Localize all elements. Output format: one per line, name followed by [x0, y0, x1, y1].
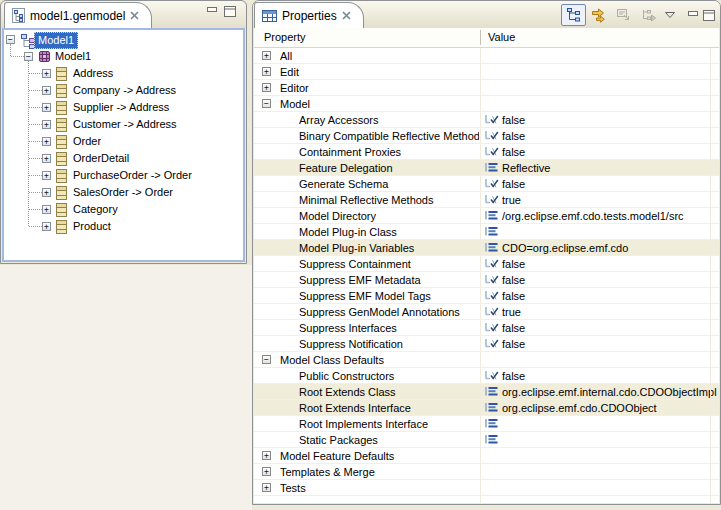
- expand-toggle-icon[interactable]: +: [42, 137, 51, 146]
- expand-toggle-icon[interactable]: +: [262, 67, 271, 76]
- property-row[interactable]: Model Plug-in Class: [254, 224, 719, 240]
- category-row[interactable]: −Model Class Defaults: [254, 352, 719, 368]
- category-row[interactable]: +All: [254, 48, 719, 64]
- property-row[interactable]: Minimal Reflective Methodstrue: [254, 192, 719, 208]
- property-row[interactable]: Suppress GenModel Annotationstrue: [254, 304, 719, 320]
- expand-toggle-icon[interactable]: +: [42, 120, 51, 129]
- property-name: Binary Compatible Reflective Methods: [299, 129, 479, 143]
- tree-connector-line: [29, 209, 42, 210]
- property-row[interactable]: Suppress Containmentfalse: [254, 256, 719, 272]
- category-row[interactable]: +Model Feature Defaults: [254, 448, 719, 464]
- category-row[interactable]: +Tests: [254, 480, 719, 496]
- editor-tab-title: model1.genmodel: [30, 9, 125, 23]
- tree-row-orderdetail[interactable]: +OrderDetail: [4, 150, 243, 167]
- property-row[interactable]: Suppress Interfacesfalse: [254, 320, 719, 336]
- property-name: Public Constructors: [299, 369, 479, 383]
- properties-tab-close-icon[interactable]: [342, 11, 351, 20]
- editor-tab-model1-genmodel[interactable]: model1.genmodel: [4, 2, 152, 28]
- property-row[interactable]: Root Implements Interface: [254, 416, 719, 432]
- collapse-toggle-icon[interactable]: −: [24, 52, 33, 61]
- tree-row-category[interactable]: +Category: [4, 201, 243, 218]
- property-row[interactable]: Root Extends Interfaceorg.eclipse.emf.cd…: [254, 400, 719, 416]
- properties-tabbar: Properties: [253, 1, 720, 28]
- show-advanced-properties-button[interactable]: [586, 4, 611, 26]
- expand-toggle-icon[interactable]: +: [262, 483, 271, 492]
- tree-row-product[interactable]: +Product: [4, 218, 243, 235]
- property-value: /org.eclipse.emf.cdo.tests.model1/src: [502, 209, 684, 223]
- property-row[interactable]: Feature DelegationReflective: [254, 160, 719, 176]
- text-property-icon: [484, 162, 499, 173]
- tree-row-model1[interactable]: −Model1: [4, 48, 243, 65]
- text-property-icon: [484, 402, 499, 413]
- expand-toggle-icon[interactable]: +: [42, 86, 51, 95]
- editor-maximize-button[interactable]: [224, 6, 236, 17]
- property-row[interactable]: Binary Compatible Reflective Methodsfals…: [254, 128, 719, 144]
- property-name: Root Implements Interface: [299, 417, 479, 431]
- boolean-property-icon: [484, 290, 499, 301]
- column-header-property[interactable]: Property: [264, 31, 306, 43]
- collapse-toggle-icon[interactable]: −: [262, 99, 271, 108]
- category-label: Templates & Merge: [280, 465, 375, 479]
- expand-toggle-icon[interactable]: +: [262, 51, 271, 60]
- property-value: false: [502, 369, 525, 383]
- expand-toggle-icon[interactable]: +: [42, 154, 51, 163]
- minimize-button[interactable]: [685, 4, 701, 26]
- expand-toggle-icon[interactable]: +: [262, 451, 271, 460]
- tree-connector-line: [29, 226, 42, 227]
- properties-tab[interactable]: Properties: [254, 2, 364, 28]
- expand-toggle-icon[interactable]: +: [42, 171, 51, 180]
- property-row[interactable]: Suppress EMF Metadatafalse: [254, 272, 719, 288]
- view-menu-button[interactable]: [661, 4, 679, 26]
- property-row[interactable]: Public Constructorsfalse: [254, 368, 719, 384]
- tree-row-company-address[interactable]: +Company -> Address: [4, 82, 243, 99]
- collapse-toggle-icon[interactable]: −: [6, 35, 15, 44]
- expand-toggle-icon[interactable]: +: [42, 103, 51, 112]
- tree-row-customer-address[interactable]: +Customer -> Address: [4, 116, 243, 133]
- category-row[interactable]: +Edit: [254, 64, 719, 80]
- genclass-icon: [56, 84, 67, 98]
- editor-minimize-button[interactable]: [207, 6, 218, 17]
- expand-toggle-icon[interactable]: +: [42, 188, 51, 197]
- expand-toggle-icon[interactable]: +: [42, 205, 51, 214]
- tree-row-purchaseorder-order[interactable]: +PurchaseOrder -> Order: [4, 167, 243, 184]
- property-row[interactable]: Suppress EMF Model Tagsfalse: [254, 288, 719, 304]
- expand-toggle-icon[interactable]: +: [42, 69, 51, 78]
- property-row[interactable]: Generate Schemafalse: [254, 176, 719, 192]
- tree-row-supplier-address[interactable]: +Supplier -> Address: [4, 99, 243, 116]
- pin-to-selection-button[interactable]: [636, 4, 661, 26]
- tree-row-model1[interactable]: −Model1: [4, 31, 243, 48]
- tree-row-salesorder-order[interactable]: +SalesOrder -> Order: [4, 184, 243, 201]
- property-row[interactable]: Array Accessorsfalse: [254, 112, 719, 128]
- column-resize-handle[interactable]: [480, 30, 481, 45]
- category-row[interactable]: +Editor: [254, 80, 719, 96]
- properties-toolbar: [561, 3, 717, 27]
- maximize-button[interactable]: [701, 4, 717, 26]
- restore-default-value-button[interactable]: [611, 4, 636, 26]
- collapse-toggle-icon[interactable]: −: [262, 355, 271, 364]
- show-categories-button[interactable]: [561, 4, 586, 26]
- boolean-property-icon: [484, 370, 499, 381]
- tree-connector-line: [29, 175, 42, 176]
- tree-row-order[interactable]: +Order: [4, 133, 243, 150]
- editor-tab-close-icon[interactable]: [130, 11, 139, 20]
- genclass-icon: [56, 135, 67, 149]
- property-row[interactable]: Static Packages: [254, 432, 719, 448]
- expand-toggle-icon[interactable]: +: [262, 83, 271, 92]
- genclass-icon: [56, 118, 67, 132]
- property-row[interactable]: Model Plug-in VariablesCDO=org.eclipse.e…: [254, 240, 719, 256]
- column-header-value[interactable]: Value: [488, 31, 515, 43]
- property-name: Root Extends Class: [299, 385, 479, 399]
- category-row[interactable]: −Model: [254, 96, 719, 112]
- tree-row-address[interactable]: +Address: [4, 65, 243, 82]
- expand-toggle-icon[interactable]: +: [42, 222, 51, 231]
- property-row[interactable]: Model Directory/org.eclipse.emf.cdo.test…: [254, 208, 719, 224]
- property-value: false: [502, 257, 525, 271]
- property-row[interactable]: Root Extends Classorg.eclipse.emf.intern…: [254, 384, 719, 400]
- genmodel-editor-content: −Model1−Model1+Address+Company -> Addres…: [2, 28, 245, 262]
- property-row[interactable]: Containment Proxiesfalse: [254, 144, 719, 160]
- editor-tabbar: model1.genmodel: [1, 1, 246, 28]
- expand-toggle-icon[interactable]: +: [262, 467, 271, 476]
- boolean-property-icon: [484, 130, 499, 141]
- category-row[interactable]: +Templates & Merge: [254, 464, 719, 480]
- property-row[interactable]: Suppress Notificationfalse: [254, 336, 719, 352]
